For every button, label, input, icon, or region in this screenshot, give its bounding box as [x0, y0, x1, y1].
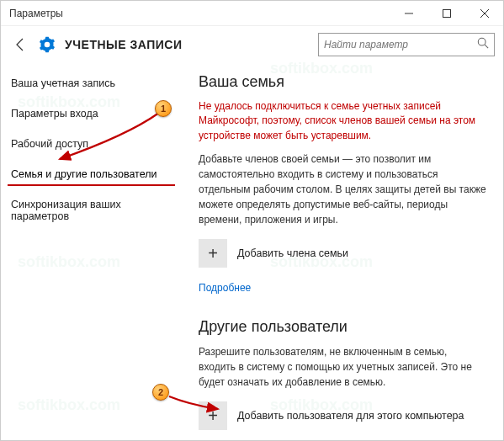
- svg-line-5: [485, 45, 488, 48]
- sidebar-item-label: Семья и другие пользователи: [11, 168, 157, 180]
- minimize-button[interactable]: [390, 1, 427, 26]
- sidebar-item-your-account[interactable]: Ваша учетная запись: [1, 68, 182, 98]
- sidebar: Ваша учетная запись Параметры входа Рабо…: [1, 65, 182, 437]
- settings-body: Ваша учетная запись Параметры входа Рабо…: [1, 65, 503, 437]
- window-titlebar: Параметры: [1, 1, 503, 26]
- add-other-user-label: Добавить пользователя для этого компьюте…: [237, 410, 464, 422]
- sidebar-item-signin-options[interactable]: Параметры входа: [1, 98, 182, 129]
- content-pane: Ваша семья Не удалось подключиться к сем…: [182, 65, 503, 437]
- back-button[interactable]: [9, 33, 33, 56]
- add-other-user-button[interactable]: + Добавить пользователя для этого компью…: [199, 401, 486, 430]
- annotation-badge-1: 1: [155, 100, 172, 117]
- search-icon: [477, 37, 489, 52]
- window-title: Параметры: [1, 8, 390, 19]
- settings-header: УЧЕТНЫЕ ЗАПИСИ: [1, 26, 503, 65]
- add-family-member-button[interactable]: + Добавить члена семьи: [199, 239, 486, 268]
- sidebar-item-label: Ваша учетная запись: [11, 77, 115, 89]
- search-input[interactable]: [324, 39, 477, 50]
- svg-point-4: [478, 38, 485, 45]
- sidebar-item-work-access[interactable]: Рабочий доступ: [1, 129, 182, 159]
- close-button[interactable]: [465, 1, 503, 26]
- more-info-link[interactable]: Подробнее: [199, 282, 251, 294]
- search-box[interactable]: [318, 33, 495, 56]
- sidebar-item-family-other-users[interactable]: Семья и другие пользователи: [1, 159, 182, 189]
- plus-icon: +: [199, 401, 227, 430]
- sidebar-item-label: Рабочий доступ: [11, 138, 88, 150]
- sidebar-item-label: Параметры входа: [11, 108, 98, 120]
- gear-icon: [38, 35, 56, 54]
- maximize-button[interactable]: [427, 1, 465, 26]
- sidebar-item-sync-settings[interactable]: Синхронизация ваших параметров: [1, 189, 182, 231]
- add-family-member-label: Добавить члена семьи: [237, 247, 348, 259]
- other-users-description: Разрешите пользователям, не включенным в…: [199, 344, 486, 390]
- page-title: УЧЕТНЫЕ ЗАПИСИ: [65, 38, 318, 51]
- annotation-badge-2: 2: [152, 384, 169, 401]
- sidebar-item-label: Синхронизация ваших параметров: [11, 199, 121, 222]
- family-heading: Ваша семья: [199, 73, 486, 91]
- family-description: Добавьте членов своей семьи — это позвол…: [199, 151, 486, 227]
- svg-rect-1: [443, 9, 450, 17]
- family-error-text: Не удалось подключиться к семье учетных …: [199, 99, 486, 143]
- plus-icon: +: [199, 239, 227, 268]
- other-users-heading: Другие пользователи: [199, 318, 486, 336]
